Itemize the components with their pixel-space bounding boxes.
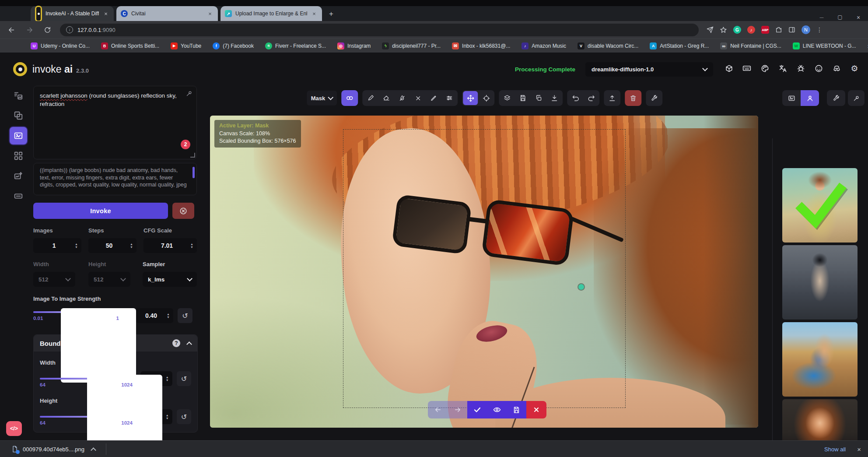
save-to-gallery-button[interactable] xyxy=(515,91,530,105)
bbox-width-slider[interactable]: 64 1024 xyxy=(40,378,133,380)
brush-options-button[interactable] xyxy=(442,91,457,105)
bookmark-item[interactable]: ϟdiscipleneil777 - Pr... xyxy=(382,42,441,49)
bookmark-item[interactable]: ▶YouTube xyxy=(171,42,201,49)
discard-staging-button[interactable] xyxy=(526,401,546,418)
browser-tab-civitai[interactable]: C Civitai xyxy=(116,6,218,21)
new-tab-button[interactable]: + xyxy=(326,8,337,20)
console-toggle-button[interactable]: </> xyxy=(6,421,22,436)
bookmark-star-icon[interactable] xyxy=(720,26,727,34)
gallery-images-button[interactable] xyxy=(782,90,801,106)
model-manager-icon[interactable] xyxy=(724,64,733,73)
reload-icon[interactable] xyxy=(44,26,51,34)
copy-to-clipboard-button[interactable] xyxy=(531,91,546,105)
show-hide-staging-button[interactable] xyxy=(487,401,507,418)
bookmark-item[interactable]: ◎Instagram xyxy=(337,42,371,49)
redo-button[interactable] xyxy=(584,91,598,105)
tab-image-to-image[interactable] xyxy=(10,107,27,124)
canvas-settings-button[interactable] xyxy=(646,90,662,106)
steps-input[interactable]: 50 xyxy=(88,238,136,253)
gallery-results-button[interactable] xyxy=(801,90,819,106)
close-downloads-bar-icon[interactable] xyxy=(857,446,861,453)
browser-tab-upscale[interactable]: ↗ Upload Image to Enlarge & Enh xyxy=(220,6,322,21)
language-translate-icon[interactable] xyxy=(778,64,787,73)
invoke-button[interactable]: Invoke xyxy=(33,203,168,219)
cancel-button[interactable] xyxy=(172,203,194,219)
address-bar[interactable]: i 127.0.0.1:9090 xyxy=(60,24,699,36)
cfg-scale-input[interactable]: 7.01 xyxy=(144,238,197,253)
bookmark-item[interactable]: AArtStation - Greg R... xyxy=(650,42,709,49)
bookmark-item[interactable]: BOnline Sports Betti... xyxy=(101,42,159,49)
merge-visible-button[interactable] xyxy=(500,91,514,105)
browser-tab-invokeai[interactable]: InvokeAI - A Stable Diffusion Too xyxy=(31,6,114,21)
scrollbar-thumb[interactable] xyxy=(192,167,195,178)
report-bug-icon[interactable] xyxy=(796,64,805,73)
bookmark-item[interactable]: ♪Amazon Music xyxy=(522,42,566,49)
bookmark-item[interactable]: UUdemy - Online Co... xyxy=(31,42,90,49)
tab-unified-canvas[interactable] xyxy=(10,127,27,144)
bounding-box-selection[interactable] xyxy=(343,129,626,408)
tab-text-to-image[interactable] xyxy=(10,87,27,104)
clear-canvas-button[interactable] xyxy=(625,90,641,106)
erase-bbox-button[interactable] xyxy=(410,91,425,105)
images-input[interactable]: 1 xyxy=(33,238,81,253)
stepper[interactable] xyxy=(190,243,193,249)
settings-gear-icon[interactable] xyxy=(850,64,859,73)
slider-thumb[interactable] xyxy=(61,308,136,383)
side-panel-icon[interactable] xyxy=(788,26,795,33)
resize-handle[interactable] xyxy=(190,153,195,158)
reset-bbox-width-icon[interactable] xyxy=(177,371,191,386)
download-image-button[interactable] xyxy=(547,91,562,105)
height-select[interactable]: 512 xyxy=(88,272,130,287)
stepper[interactable] xyxy=(130,243,133,249)
brush-tool-button[interactable] xyxy=(363,91,378,105)
theme-palette-icon[interactable] xyxy=(760,64,769,73)
mute-extension-icon[interactable]: ♪ xyxy=(747,26,755,34)
close-window-icon[interactable] xyxy=(855,14,862,21)
downloaded-file-chip[interactable]: 000979.40d74eb5....png xyxy=(7,444,100,454)
tab-close-icon[interactable] xyxy=(311,10,318,17)
github-icon[interactable] xyxy=(814,64,823,73)
next-staging-image-button[interactable] xyxy=(448,401,467,418)
bbox-height-slider[interactable]: 64 1024 xyxy=(40,416,133,418)
prompt-input[interactable]: scarlett johansson (round sunglasses) re… xyxy=(33,86,197,159)
sampler-select[interactable]: k_lms xyxy=(143,272,197,287)
accept-staging-button[interactable] xyxy=(467,401,487,418)
share-icon[interactable] xyxy=(707,26,714,33)
upload-button[interactable] xyxy=(604,90,620,106)
bookmark-item[interactable]: Vdisable Wacom Circ... xyxy=(578,42,638,49)
layer-select[interactable]: Mask xyxy=(307,91,337,105)
gallery-settings-button[interactable] xyxy=(827,90,845,106)
gallery-thumbnail[interactable] xyxy=(782,322,858,397)
bookmark-item[interactable]: ∞Neil Fontaine | CGS... xyxy=(720,42,781,49)
collapse-chevron-icon[interactable] xyxy=(186,341,192,347)
pin-icon[interactable] xyxy=(186,90,192,97)
bookmark-item[interactable]: f(7) Facebook xyxy=(213,42,254,49)
help-icon[interactable]: ? xyxy=(172,339,180,347)
strength-input[interactable]: 0.40 xyxy=(136,308,173,323)
reset-bbox-height-icon[interactable] xyxy=(177,409,191,424)
maximize-icon[interactable] xyxy=(836,14,844,21)
minimize-icon[interactable] xyxy=(818,14,825,21)
grammarly-extension-icon[interactable]: G xyxy=(733,26,741,34)
reset-view-button[interactable] xyxy=(479,91,494,105)
undo-button[interactable] xyxy=(568,91,583,105)
back-icon[interactable] xyxy=(8,26,15,34)
gallery-thumbnail-selected[interactable] xyxy=(782,168,858,243)
forward-icon[interactable] xyxy=(26,26,33,34)
extensions-puzzle-icon[interactable] xyxy=(775,26,782,33)
stepper[interactable] xyxy=(166,376,169,382)
tab-post-processing[interactable] xyxy=(10,167,27,185)
tab-training[interactable] xyxy=(10,187,27,205)
width-select[interactable]: 512 xyxy=(33,272,75,287)
hotkeys-keyboard-icon[interactable] xyxy=(742,64,751,73)
tab-nodes[interactable] xyxy=(10,147,27,165)
site-info-icon[interactable]: i xyxy=(66,26,73,33)
move-tool-button[interactable] xyxy=(463,91,478,105)
color-picker-button[interactable] xyxy=(426,91,441,105)
stepper[interactable] xyxy=(166,414,169,420)
browser-menu-icon[interactable] xyxy=(816,26,822,33)
bookmark-item[interactable]: WLINE WEBTOON - G... xyxy=(793,42,856,49)
profile-avatar[interactable]: N xyxy=(802,25,810,34)
stepper[interactable] xyxy=(75,243,78,249)
file-menu-chevron-icon[interactable] xyxy=(91,447,96,453)
